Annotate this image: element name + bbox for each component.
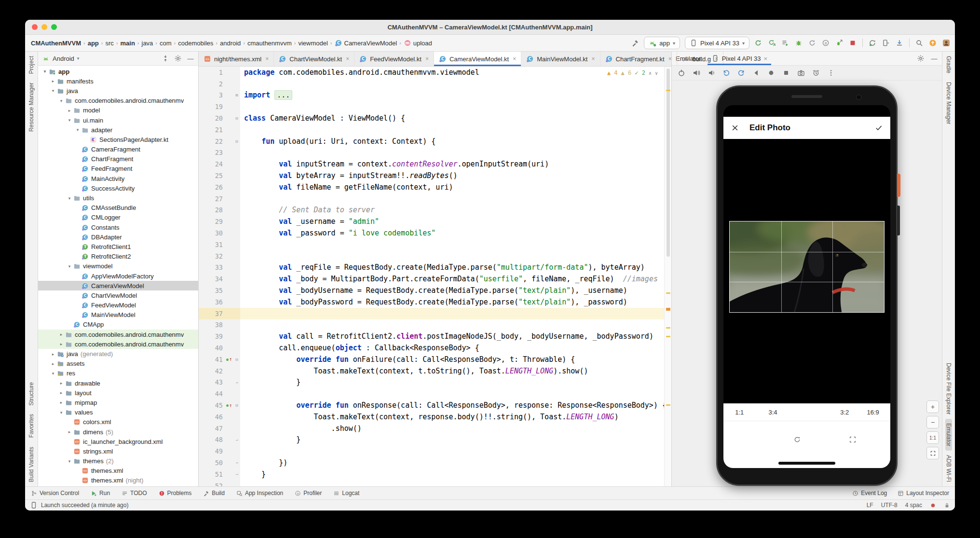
tree-item-successactivity[interactable]: CSuccessActivity — [38, 183, 198, 193]
code-line-43[interactable]: 43⌐ } — [199, 377, 671, 388]
code-line-45[interactable]: 45↑⊟ override fun onResponse(call: Call<… — [199, 400, 671, 411]
tree-expander-icon[interactable]: ▸ — [49, 361, 57, 366]
code-line-48[interactable]: 48⌐ } — [199, 434, 671, 446]
breadcrumb-item[interactable]: CCameraViewModel — [334, 39, 398, 47]
tree-item-chartviewmodel[interactable]: CChartViewModel — [38, 290, 198, 300]
gutter-line-41[interactable]: 41↑ — [199, 354, 233, 365]
breadcrumb-item[interactable]: com — [159, 40, 173, 47]
tool-strip-item-project[interactable]: Project — [28, 52, 35, 78]
code-line-42[interactable]: 42 Toast.makeText(context, t.toString(),… — [199, 365, 671, 377]
hide-panel-icon[interactable]: — — [930, 55, 938, 62]
fold-marker-icon[interactable]: ⊟ — [233, 112, 240, 124]
gutter-line-29[interactable]: 29 — [199, 216, 233, 227]
tree-item-ui-main[interactable]: ▾ui.main — [38, 115, 198, 125]
tree-item-mipmap[interactable]: ▸mipmap — [38, 398, 198, 407]
sync-icon[interactable] — [869, 39, 876, 47]
gutter-line-52[interactable]: 52 — [199, 480, 233, 486]
fold-marker-icon[interactable]: ⊟ — [233, 136, 240, 147]
tree-expander-icon[interactable]: ▸ — [57, 381, 65, 386]
fold-marker-icon[interactable]: ⌐ — [233, 457, 240, 469]
fold-marker-icon[interactable]: ⌐ — [233, 469, 240, 480]
indent-indicator[interactable]: 4 spac — [905, 502, 922, 509]
line-ending-indicator[interactable]: LF — [867, 502, 873, 509]
code-line-51[interactable]: 51⌐ } — [199, 469, 671, 480]
encoding-indicator[interactable]: UTF-8 — [881, 502, 898, 509]
emulator-device-tab[interactable]: Pixel 4 API 33 × — [708, 52, 772, 65]
breadcrumb-item[interactable]: CMAuthenMVVM — [30, 40, 82, 47]
code-editor[interactable]: 1package com.codemobiles.android.cmauthe… — [199, 67, 671, 486]
close-tab-icon[interactable]: × — [346, 55, 349, 62]
editor-tab-mainviewmodel-kt[interactable]: CMainViewModel.kt× — [521, 52, 600, 66]
devmgr-icon[interactable] — [882, 39, 890, 47]
tree-expander-icon[interactable]: ▾ — [41, 69, 49, 74]
breadcrumb-item[interactable]: app — [87, 40, 100, 47]
code-line-19[interactable]: 19 — [199, 101, 671, 112]
home-icon[interactable] — [767, 69, 775, 77]
tree-expander-icon[interactable]: ▾ — [66, 118, 73, 123]
gutter-line-3[interactable]: 3 — [199, 90, 233, 101]
breadcrumb-item[interactable]: src — [104, 40, 114, 47]
close-tab-icon[interactable]: × — [265, 55, 269, 62]
gutter-line-40[interactable]: 40 — [199, 342, 233, 354]
tree-item-utils[interactable]: ▾utils — [38, 193, 198, 203]
code-line-50[interactable]: 50⌐ }) — [199, 457, 671, 469]
tree-item-retrofitclient2[interactable]: TRetrofitClient2 — [38, 252, 198, 262]
tree-item-themes[interactable]: ▾themes(2) — [38, 456, 198, 466]
tree-item-themes-xml[interactable]: <>themes.xml(night) — [38, 476, 198, 485]
photo-crop-area[interactable] — [729, 221, 885, 313]
code-line-47[interactable]: 47 .show() — [199, 423, 671, 434]
tool-window-button-version-control[interactable]: Version Control — [31, 490, 79, 497]
tree-item-dimens[interactable]: ▸dimens(5) — [38, 427, 198, 437]
overview-icon[interactable] — [782, 69, 790, 77]
breadcrumb-item[interactable]: main — [119, 40, 136, 47]
gutter-line-38[interactable]: 38 — [199, 319, 233, 331]
code-line-34[interactable]: 34 val _body = MultipartBody.Part.create… — [199, 273, 671, 285]
phone-volume-button[interactable] — [897, 206, 900, 235]
code-line-36[interactable]: 36 val _bodyPassword = RequestBody.creat… — [199, 296, 671, 308]
breadcrumb-item[interactable]: java — [141, 40, 154, 47]
gutter-line-24[interactable]: 24 — [199, 158, 233, 170]
gutter-line-22[interactable]: 22 — [199, 136, 233, 147]
tree-item-retrofitclient1[interactable]: TRetrofitClient1 — [38, 242, 198, 251]
code-line-39[interactable]: 39 val call = RetrofitClient2.client.pos… — [199, 331, 671, 342]
tree-expander-icon[interactable]: ▸ — [57, 332, 65, 337]
tree-item-colors-xml[interactable]: <>colors.xml — [38, 417, 198, 427]
tree-item-java[interactable]: ▾java — [38, 86, 198, 96]
close-tab-icon[interactable]: × — [668, 55, 672, 62]
rerun-icon[interactable] — [754, 39, 762, 47]
close-tab-icon[interactable]: × — [513, 55, 516, 62]
fold-marker-icon[interactable]: ⊟ — [233, 354, 240, 365]
code-line-2[interactable]: 2 — [199, 78, 671, 90]
tree-expander-icon[interactable]: ▾ — [57, 410, 65, 415]
override-method-icon[interactable]: ↑ — [225, 356, 233, 362]
gutter-line-45[interactable]: 45↑ — [199, 400, 233, 411]
gutter-line-34[interactable]: 34 — [199, 273, 233, 285]
breadcrumb-item[interactable]: mupload — [403, 39, 433, 47]
attach-icon[interactable] — [835, 39, 843, 47]
tool-strip-item-device-manager[interactable]: Device Manager — [945, 78, 952, 128]
close-tab-icon[interactable]: × — [592, 55, 595, 62]
apply-icon[interactable]: A — [768, 39, 776, 47]
tree-item-themes-xml[interactable]: <>themes.xml — [38, 466, 198, 476]
gutter-line-19[interactable]: 19 — [199, 101, 233, 112]
stop-icon[interactable] — [849, 39, 857, 47]
code-line-25[interactable]: 25 val byteArray = inputStream!!.readByt… — [199, 170, 671, 181]
gutter-line-36[interactable]: 36 — [199, 296, 233, 308]
avatar-icon[interactable] — [942, 39, 950, 47]
tool-strip-item-structure[interactable]: Structure — [28, 378, 35, 410]
gutter-line-47[interactable]: 47 — [199, 423, 233, 434]
prev-issue-icon[interactable]: ∧ — [649, 70, 652, 76]
code-line-32[interactable]: 32 — [199, 250, 671, 262]
gutter-line-46[interactable]: 46 — [199, 411, 233, 423]
tool-window-button-event-log[interactable]: Event Log — [852, 490, 887, 497]
tree-item-values[interactable]: ▾values — [38, 408, 198, 417]
tool-strip-item-favorites[interactable]: Favorites — [28, 410, 35, 442]
gutter-line-26[interactable]: 26 — [199, 181, 233, 193]
tool-window-button-build[interactable]: Build — [203, 490, 225, 497]
code-line-26[interactable]: 26 val fileName = getFileName(context, u… — [199, 181, 671, 193]
code-line-28[interactable]: 28 // Sent Data to server — [199, 205, 671, 216]
tree-item-ic-launcher-background-xml[interactable]: <>ic_launcher_background.xml — [38, 437, 198, 446]
code-line-24[interactable]: 24 val inputStream = context.contentReso… — [199, 158, 671, 170]
gutter-line-28[interactable]: 28 — [199, 205, 233, 216]
gutter-line-48[interactable]: 48 — [199, 434, 233, 446]
